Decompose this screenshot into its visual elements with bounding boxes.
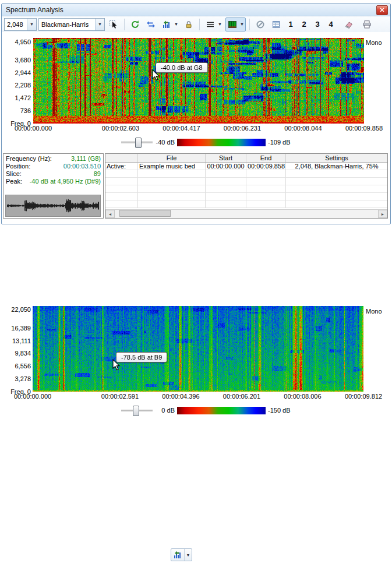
- chevron-down-icon: ▼: [95, 19, 104, 30]
- scroll-left-button[interactable]: ◄: [105, 210, 115, 218]
- mouse-cursor-icon: [112, 359, 121, 371]
- end-cell: 00:00:09.858: [246, 163, 286, 170]
- time-tick: 00:00:02.591: [101, 393, 139, 400]
- spectrogram-lower[interactable]: [33, 306, 363, 392]
- refresh-button[interactable]: [128, 17, 142, 31]
- db-high-label: 0 dB: [150, 407, 175, 414]
- freq-tick: 2,944: [1, 69, 31, 76]
- table-row: [105, 178, 387, 185]
- erase-button[interactable]: [342, 17, 356, 31]
- header-start: Start: [206, 154, 246, 162]
- slider-thumb[interactable]: [135, 138, 142, 148]
- time-tick: 00:00:04.396: [162, 393, 199, 400]
- info-row-frequency: Frequency (Hz): 3,111 (G8): [3, 155, 103, 163]
- graph-type-button[interactable]: ▼: [203, 17, 224, 31]
- freq-tick: 3,278: [1, 375, 31, 382]
- time-tick: 00:00:02.603: [102, 125, 139, 132]
- mouse-cursor-icon: [152, 69, 160, 81]
- table-row[interactable]: Active: Example music bed 00:00:00.000 0…: [105, 163, 387, 170]
- table-row: [105, 200, 387, 208]
- analysis-settings-table: File Start End Settings Active: Example …: [105, 153, 388, 219]
- info-row-position: Position: 00:00:03.510: [3, 163, 103, 170]
- time-tick: 00:00:06.231: [224, 125, 261, 132]
- position-label: Position:: [6, 163, 30, 170]
- titlebar[interactable]: Spectrum Analysis: [2, 4, 390, 16]
- time-axis: 00:00:00.000 00:00:02.603 00:00:04.417 0…: [33, 125, 364, 132]
- chevron-down-icon[interactable]: ▼: [239, 18, 245, 31]
- scroll-right-button[interactable]: ►: [378, 210, 387, 218]
- slice-label: Slice:: [6, 170, 22, 178]
- circle-slash-icon: [256, 20, 265, 29]
- normal-edit-tool-button[interactable]: [107, 17, 121, 31]
- sync-graphs-button[interactable]: [144, 17, 158, 31]
- table-row: [105, 193, 387, 200]
- start-cell: 00:00:00.000: [206, 163, 246, 170]
- window-title: Spectrum Analysis: [6, 6, 376, 14]
- lock-button[interactable]: [182, 17, 196, 31]
- chevron-down-icon[interactable]: ▼: [184, 549, 192, 561]
- chevron-down-icon[interactable]: ▼: [217, 18, 223, 31]
- preset-1-button[interactable]: 1: [285, 18, 296, 31]
- freq-tick: 736: [1, 107, 31, 114]
- fft-size-combo[interactable]: 2,048 ▼: [4, 18, 37, 31]
- value-tooltip: -40.0 dB at G8: [156, 62, 208, 73]
- page: Spectrum Analysis 2,048 ▼ Blackman-Harri…: [0, 0, 392, 563]
- sonogram-view-button[interactable]: ▼: [225, 17, 246, 31]
- frequency-value: 3,111 (G8): [71, 155, 101, 163]
- update-sonogram-button[interactable]: ▼: [160, 17, 180, 31]
- table-header-row: File Start End Settings: [105, 154, 387, 163]
- freq-tick: 6,556: [1, 363, 31, 370]
- scrollbar-track[interactable]: [115, 210, 378, 218]
- channel-label: Mono: [366, 308, 382, 315]
- sonogram-settings-split-button[interactable]: ▼: [171, 548, 192, 561]
- window-type-combo[interactable]: Blackman-Harris ▼: [38, 18, 105, 31]
- scrollbar-thumb[interactable]: [119, 210, 171, 217]
- close-button[interactable]: [376, 5, 388, 15]
- channel-label: Mono: [366, 39, 382, 46]
- time-axis: 00:00:00.000 00:00:02.591 00:00:04.396 0…: [33, 393, 363, 400]
- time-tick: 00:00:04.417: [163, 125, 200, 132]
- freq-tick: 16,389: [1, 325, 31, 332]
- time-tick: 00:00:06.201: [223, 393, 260, 400]
- disable-tool-button[interactable]: [253, 17, 267, 31]
- color-range-slider[interactable]: [120, 138, 154, 147]
- header-end: End: [246, 154, 286, 162]
- table-row: [105, 170, 387, 178]
- chevron-down-icon: ▼: [27, 19, 36, 30]
- scroll-left-icon: ◄: [108, 212, 112, 216]
- sonogram-settings-icon-wrap: [171, 549, 184, 561]
- time-tick: 00:00:09.858: [345, 125, 383, 132]
- chevron-down-icon[interactable]: ▼: [173, 18, 179, 31]
- sonogram-settings-icon: [162, 20, 171, 29]
- header-settings: Settings: [286, 154, 387, 162]
- freq-tick: 9,834: [1, 350, 31, 357]
- table-row: [105, 185, 387, 193]
- preset-2-button[interactable]: 2: [298, 18, 310, 31]
- toolbar-separator: [249, 19, 250, 30]
- freq-tick: 2,208: [1, 82, 31, 89]
- fft-size-value: 2,048: [5, 21, 27, 28]
- color-range-slider[interactable]: [120, 406, 154, 416]
- horizontal-scrollbar[interactable]: ◄ ►: [105, 209, 387, 218]
- slice-value: 89: [94, 170, 101, 178]
- db-high-label: -40 dB: [150, 139, 175, 146]
- spectrogram-upper[interactable]: [33, 38, 364, 124]
- line-graph-icon-wrap: [204, 17, 217, 31]
- preset-3-button[interactable]: 3: [312, 18, 323, 31]
- sonogram-view-icon: [228, 20, 237, 29]
- slider-thumb[interactable]: [133, 406, 139, 416]
- preset-4-button[interactable]: 4: [325, 18, 337, 31]
- print-button[interactable]: [360, 17, 374, 31]
- toolbar-separator: [124, 19, 125, 30]
- toolbar-separator: [199, 19, 200, 30]
- sonogram-settings-icon-wrap: [160, 17, 173, 31]
- peak-label: Peak:: [6, 178, 22, 185]
- statistics-button[interactable]: [269, 17, 283, 31]
- time-tick: 00:00:00.000: [14, 393, 51, 400]
- freq-tick: 1,472: [1, 94, 31, 101]
- settings-cell: 2,048, Blackman-Harris, 75%: [286, 163, 387, 170]
- value-tooltip: -78.5 dB at B9: [116, 352, 167, 363]
- active-label: Active:: [105, 163, 138, 170]
- lock-icon: [184, 20, 193, 29]
- eraser-icon: [344, 20, 354, 29]
